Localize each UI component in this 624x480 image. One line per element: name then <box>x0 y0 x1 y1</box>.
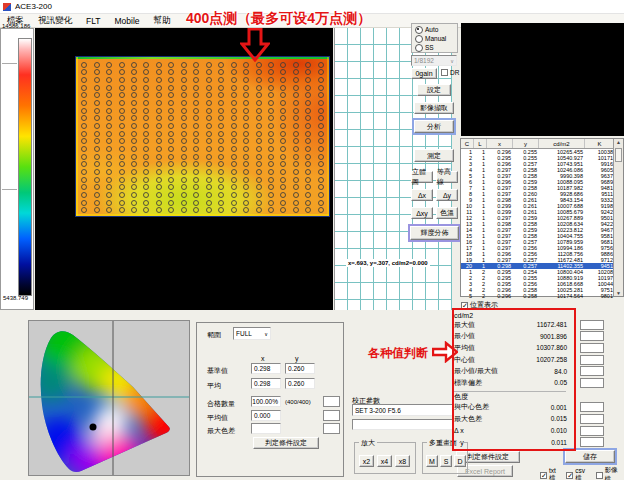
export-checkbox-txt檔[interactable]: ✓txt檔 <box>540 466 562 480</box>
delta-y-button[interactable]: Δy <box>436 189 458 201</box>
measure-point <box>81 154 87 160</box>
measure-button[interactable]: 測定 <box>414 149 454 162</box>
dr-checkbox-box[interactable] <box>441 69 448 76</box>
measure-point <box>168 169 174 175</box>
results-divider <box>454 391 566 392</box>
reference-x-value: 0.298 <box>254 365 270 372</box>
mode-radio-manual[interactable]: Manual <box>415 34 457 43</box>
luminance-dist-button[interactable]: 輝度分佈 <box>410 226 459 240</box>
measure-point <box>218 207 224 213</box>
solid-view-button[interactable]: 立體圖 <box>411 171 433 183</box>
measure-point <box>318 154 324 160</box>
scrollbar-thumb[interactable] <box>615 148 622 162</box>
measure-point <box>181 207 187 213</box>
table-cell: 5 <box>461 293 474 299</box>
results-row-value: 0.011 <box>511 439 567 446</box>
table-body[interactable]: 110.2960.25510265.45510038210.2950.25510… <box>461 149 623 299</box>
multiview-d-button[interactable]: D <box>454 455 466 467</box>
measure-point <box>280 184 286 190</box>
delta-x-button[interactable]: Δx <box>411 189 433 201</box>
measure-point <box>293 192 299 198</box>
shutter-select[interactable]: 1/8192 ∨ <box>411 55 457 66</box>
average-x-field[interactable]: 0.298 <box>251 378 281 389</box>
measure-point <box>119 161 125 167</box>
mode-radio-label: SS <box>425 44 434 51</box>
mode-radio-ss[interactable]: SS <box>415 43 457 52</box>
measure-point <box>131 138 137 144</box>
results-row: Δ y0.011 <box>454 436 604 448</box>
measure-point <box>81 92 87 98</box>
delta-xy-button[interactable]: Δxy <box>411 207 433 219</box>
measure-point <box>256 100 262 106</box>
measure-point <box>293 131 299 137</box>
export-checkbox-csv檔[interactable]: ✓csv檔 <box>566 466 591 480</box>
menu-item-幫助[interactable]: 幫助 <box>147 15 178 27</box>
measure-point <box>156 100 162 106</box>
measure-point <box>168 108 174 114</box>
mode-radio-auto[interactable]: Auto <box>415 25 457 34</box>
measure-point <box>119 154 125 160</box>
range-judge-button[interactable]: 判定條件設定 <box>253 437 319 449</box>
measure-point <box>193 108 199 114</box>
measure-point <box>181 131 187 137</box>
measure-point <box>256 154 262 160</box>
zoom-x4-button[interactable]: x4 <box>377 455 392 467</box>
mode-radio-label: Manual <box>425 35 446 42</box>
measure-point <box>81 161 87 167</box>
scroll-up-icon[interactable]: ▲ <box>616 139 621 145</box>
save-button[interactable]: 儲存 <box>565 450 615 463</box>
menu-item-FLT[interactable]: FLT <box>79 16 107 26</box>
image-capture-button[interactable]: 影像擷取 <box>414 102 454 114</box>
reference-y-field[interactable]: 0.260 <box>285 363 315 374</box>
shutter-value: 1/8192 <box>414 57 434 64</box>
export-checkbox-影像檔[interactable]: 影像檔 <box>596 466 624 480</box>
multiview-m-button[interactable]: M <box>426 455 438 467</box>
position-display-checkbox[interactable]: ✓ 位置表示 <box>461 300 498 310</box>
checkbox-box[interactable]: ✓ <box>540 472 547 479</box>
measure-point <box>81 123 87 129</box>
measure-point <box>119 92 125 98</box>
measure-point <box>193 69 199 75</box>
table-cell: 0.258 <box>513 293 539 299</box>
dr-checkbox[interactable]: DR <box>441 69 459 76</box>
table-scrollbar[interactable]: ▲▼ <box>613 139 623 296</box>
range-select[interactable]: FULL ∨ <box>233 327 271 340</box>
measure-point <box>218 123 224 129</box>
measure-point <box>268 108 274 114</box>
average-y-field[interactable]: 0.260 <box>285 378 315 389</box>
contour-button[interactable]: 等高線 <box>436 171 458 183</box>
menu-item-Mobile[interactable]: Mobile <box>107 16 146 26</box>
settings-button[interactable]: 設定 <box>417 84 451 96</box>
reference-x-field[interactable]: 0.298 <box>251 363 281 374</box>
color-temp-button[interactable]: 色溫 <box>436 207 458 219</box>
measure-point <box>106 77 112 83</box>
zoom-x2-button[interactable]: x2 <box>359 455 374 467</box>
calibration-field[interactable]: SET 3-200 F5.6 <box>352 404 454 416</box>
measurement-image-area[interactable] <box>35 28 333 310</box>
measure-point <box>119 115 125 121</box>
checkbox-label: txt檔 <box>549 467 562 480</box>
calibration-field-2[interactable] <box>352 419 454 430</box>
results-row: 最小值9001.896 <box>454 331 604 343</box>
checkbox-box[interactable]: ✓ <box>566 472 573 479</box>
zoom-x8-button[interactable]: x8 <box>395 455 410 467</box>
scroll-down-icon[interactable]: ▼ <box>616 290 621 296</box>
checkbox-box[interactable] <box>596 472 603 479</box>
measure-point <box>318 192 324 198</box>
measure-point <box>143 154 149 160</box>
export-checkbox-group: ✓txt檔✓csv檔影像檔 <box>540 466 624 480</box>
measurement-table[interactable]: CLxycd/m2K 110.2960.25510265.45510038210… <box>460 138 624 297</box>
zero-gain-button[interactable]: 0gain <box>411 68 437 79</box>
measure-point <box>305 161 311 167</box>
measure-point <box>318 100 324 106</box>
measure-point <box>81 108 87 114</box>
analyze-button[interactable]: 分析 <box>414 120 454 133</box>
results-section-label: cd/m2 <box>454 310 604 319</box>
table-row[interactable]: 520.2960.25810174.5649801 <box>461 293 623 299</box>
menu-item-視訊變化[interactable]: 視訊變化 <box>31 15 79 27</box>
results-row-label: 最小值 <box>454 331 511 341</box>
measure-point <box>156 184 162 190</box>
multiview-s-button[interactable]: S <box>440 455 452 467</box>
position-checkbox-box[interactable]: ✓ <box>461 302 468 309</box>
measure-point <box>218 177 224 183</box>
